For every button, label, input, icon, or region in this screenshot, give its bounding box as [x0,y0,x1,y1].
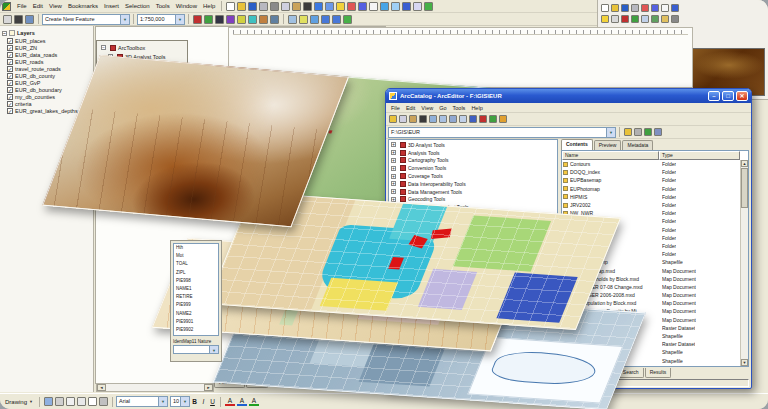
field-name[interactable]: Mot [176,252,218,260]
catalog-list-row[interactable]: Contours Folder [562,160,748,168]
field-name[interactable]: Hth [176,244,218,252]
delete-icon[interactable] [303,2,312,11]
catalog-list-row[interactable]: EUPBasemap Folder [562,176,748,184]
layer-visibility-checkbox[interactable] [7,73,13,79]
location-combo[interactable]: F:\GIS\EUR [388,127,616,138]
menu-item[interactable]: Selection [122,3,153,9]
toc-layer-item[interactable]: EUR_db_boundary [0,86,93,93]
3d-analyst-icon[interactable] [226,15,235,24]
select-elements-icon[interactable] [44,397,53,406]
menu-item[interactable]: Tools [153,3,173,9]
cut-icon[interactable] [270,2,279,11]
copy-icon[interactable] [281,2,290,11]
menu-item[interactable]: Edit [403,105,418,111]
toc-layer-item[interactable]: EUR_places [0,37,93,44]
connect-folder-icon[interactable] [624,128,632,136]
text-icon[interactable] [88,397,97,406]
field-name[interactable]: PIE9902 [176,326,218,334]
select-features-icon[interactable] [391,2,400,11]
catalog-list-row[interactable]: EUPhotomap Folder [562,185,748,193]
catalog-list-row[interactable]: HIPMIS Folder [562,193,748,201]
print-icon[interactable] [259,2,268,11]
scroll-left-icon[interactable] [97,384,106,391]
field-name[interactable]: PIE998 [176,277,218,285]
catalog-bottom-tab[interactable]: Results [645,368,672,378]
layer-visibility-checkbox[interactable] [7,87,13,93]
layer-visibility-checkbox[interactable] [7,94,13,100]
sketch-tool-icon[interactable] [14,15,23,24]
layer-visibility-checkbox[interactable] [7,101,13,107]
field-name[interactable]: NAME1 [176,285,218,293]
go-back-icon[interactable] [321,15,330,24]
expand-toggle-icon[interactable] [391,158,396,163]
collapse-toggle-icon[interactable] [2,31,7,36]
identify-layer-combo[interactable] [173,345,219,354]
map-scale-combo[interactable]: 1:750,000 [137,14,185,25]
menu-item[interactable]: View [418,105,436,111]
close-button[interactable] [736,91,748,101]
toc-layer-item[interactable]: EUR_GvP [0,79,93,86]
field-name[interactable]: TOAL [176,260,218,268]
toc-layer-item[interactable]: travel_route_roads [0,65,93,72]
menu-item[interactable]: Help [468,105,485,111]
menu-item[interactable]: Help [200,3,218,9]
bold-button[interactable]: B [190,398,199,405]
zoom-out-icon[interactable] [651,4,659,12]
catalog-view-tab[interactable]: Preview [594,140,622,150]
scalebar-icon[interactable] [671,15,679,23]
toc-layer-item[interactable]: my_db_counties [0,93,93,100]
layer-visibility-checkbox[interactable] [7,45,13,51]
paste-icon[interactable] [292,2,301,11]
refresh-view-icon[interactable] [343,15,352,24]
georeferencing-icon[interactable] [248,15,257,24]
font-family-combo[interactable]: Arial [116,396,168,407]
field-name[interactable]: PIE9901 [176,318,218,326]
underline-button[interactable]: U [208,398,217,405]
circle-icon[interactable] [77,397,86,406]
paste-icon[interactable] [409,115,417,123]
catalog-list-row[interactable]: EUP Population by Block.mxd Map Document [562,299,748,307]
zoom-in-icon[interactable] [347,2,356,11]
toc-layer-item[interactable]: EUR_db_county [0,72,93,79]
redo-icon[interactable] [325,2,334,11]
go-forward-icon[interactable] [332,15,341,24]
menu-item[interactable]: Insert [101,3,122,9]
menu-item[interactable]: File [14,3,30,9]
catalog-view-tab[interactable]: Contents [561,139,593,150]
full-extent-icon[interactable] [380,2,389,11]
expand-toggle-icon[interactable] [391,189,396,194]
up-one-level-icon[interactable] [389,115,397,123]
menu-item[interactable]: Edit [30,3,46,9]
expand-toggle-icon[interactable] [391,150,396,155]
vertical-scrollbar[interactable] [740,160,748,366]
toolbox-icon[interactable] [621,15,629,23]
save-icon[interactable] [621,4,629,12]
info-icon[interactable] [671,4,679,12]
refresh-icon[interactable] [644,128,652,136]
add-data-icon[interactable] [336,2,345,11]
horizontal-scrollbar[interactable] [96,383,214,392]
disconnect-folder-icon[interactable] [634,128,642,136]
identify-icon[interactable] [402,2,411,11]
menu-item[interactable]: Bookmarks [65,3,101,9]
open-icon[interactable] [611,4,619,12]
scrollbar-thumb[interactable] [741,168,748,208]
menu-item[interactable]: Tools [450,105,469,111]
layer-visibility-checkbox[interactable] [7,59,13,65]
editor-task-combo[interactable]: Create New Feature [42,14,130,25]
legend-icon[interactable] [661,15,669,23]
list-view-icon[interactable] [439,115,447,123]
delete-icon[interactable] [419,115,427,123]
rectangle-icon[interactable] [66,397,75,406]
snapping-icon[interactable] [259,15,268,24]
zoom-in-icon[interactable] [641,4,649,12]
arctoolbox-icon[interactable] [193,15,202,24]
modelbuilder-icon[interactable] [204,15,213,24]
spatial-analyst-icon[interactable] [237,15,246,24]
catalog-list-row[interactable]: JRV2002 Folder [562,201,748,209]
field-name[interactable]: NAME2 [176,310,218,318]
search-icon[interactable] [469,115,477,123]
font-size-combo[interactable]: 10 [170,396,190,407]
rotate-icon[interactable] [55,397,64,406]
arctoolbox-icon[interactable] [479,115,487,123]
